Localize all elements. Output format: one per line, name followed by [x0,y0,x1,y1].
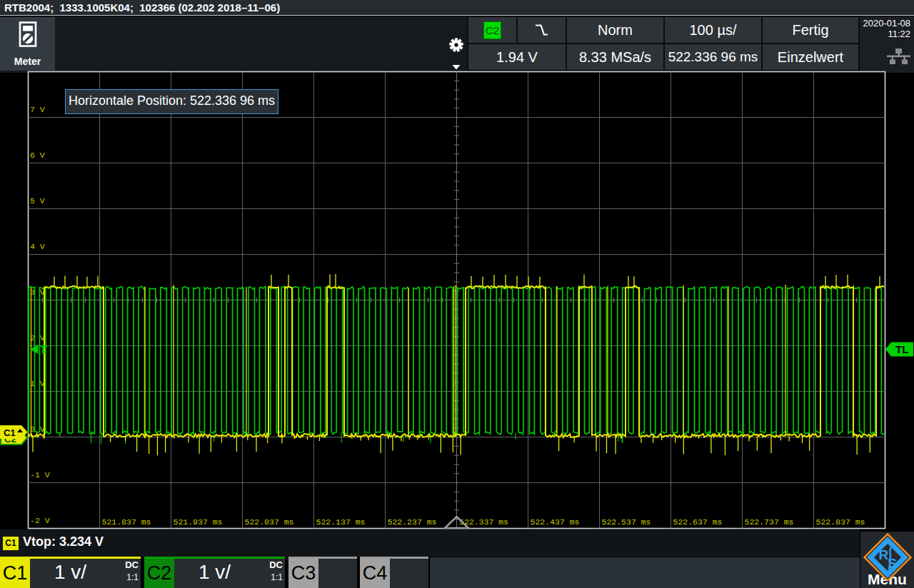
svg-text:-2 V: -2 V [30,516,50,525]
svg-text:2 V: 2 V [30,333,45,343]
svg-text:522.437 ms: 522.437 ms [531,517,580,527]
svg-text:5 V: 5 V [30,196,45,206]
svg-text:522.837 ms: 522.837 ms [816,517,865,527]
svg-text:522.137 ms: 522.137 ms [316,517,366,527]
svg-text:1 V: 1 V [30,379,45,388]
svg-text:4 V: 4 V [30,242,45,251]
svg-text:522.237 ms: 522.237 ms [388,517,437,527]
svg-text:R: R [879,547,889,562]
svg-text:6 V: 6 V [30,151,45,160]
svg-text:522.537 ms: 522.537 ms [602,517,651,527]
svg-text:522.037 ms: 522.037 ms [245,517,294,527]
svg-text:C1: C1 [4,427,16,438]
svg-text:521.937 ms: 521.937 ms [174,517,223,527]
svg-text:522.737 ms: 522.737 ms [745,517,794,527]
svg-text:-1 V: -1 V [30,470,50,480]
svg-text:522.637 ms: 522.637 ms [673,517,723,527]
svg-text:T: T [40,343,48,357]
svg-text:TL: TL [895,343,908,355]
svg-text:521.837 ms: 521.837 ms [102,517,151,527]
svg-text:S: S [888,556,898,571]
svg-text:7 V: 7 V [30,105,45,114]
